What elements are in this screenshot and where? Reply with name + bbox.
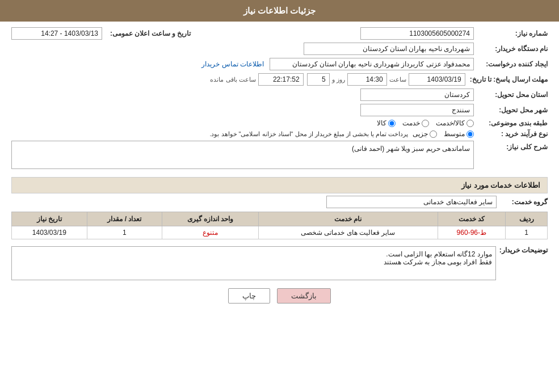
col-code: کد خدمت	[438, 212, 505, 226]
col-count: تعداد / مقدار	[87, 212, 162, 226]
purchase-type-radio-jozii[interactable]	[430, 130, 437, 138]
purchase-type-option-motavasset[interactable]: متوسط	[444, 130, 474, 138]
need-description-label: شرح کلی نیاز:	[474, 141, 548, 151]
page-header: جزئیات اطلاعات نیاز	[0, 0, 559, 22]
category-option-kala[interactable]: کالا	[377, 119, 396, 127]
print-button[interactable]: چاپ	[228, 288, 270, 304]
action-buttons: بازگشت چاپ	[11, 288, 548, 304]
category-label-kala: کالا	[377, 119, 386, 127]
table-row: 1 ط-96-960 سایر فعالیت های خدماتی شخصی م…	[12, 226, 548, 239]
purchase-type-radio-group: متوسط جزیی	[413, 130, 474, 138]
buyer-notes-box: موارد 12گانه استعلام بها الزامی است. فقط…	[11, 246, 496, 280]
contact-link[interactable]: اطلاعات تماس خریدار	[201, 60, 264, 68]
response-days-label: روز و	[330, 76, 347, 83]
purchase-type-label: نوع فرآیند خرید :	[474, 130, 548, 138]
page-title: جزئیات اطلاعات نیاز	[243, 6, 316, 15]
city-value: سنندج	[360, 104, 474, 116]
response-days-value: 5	[307, 73, 330, 86]
need-number-value: 1103005605000274	[360, 27, 474, 40]
buyer-org-value: شهرداری ناحیه بهاران استان کردستان	[304, 43, 474, 55]
province-label: استان محل تحویل:	[474, 91, 548, 99]
service-group-value: سایر فعالیت‌های خدماتی	[326, 196, 497, 208]
col-row: ردیف	[506, 212, 548, 226]
category-radio-kala-khedmat[interactable]	[466, 120, 474, 127]
buyer-notes-line1: موارد 12گانه استعلام بها الزامی است.	[15, 250, 492, 258]
category-option-khedmat[interactable]: خدمت	[402, 119, 429, 127]
col-date: تاریخ نیاز	[12, 212, 87, 226]
city-label: شهر محل تحویل:	[474, 106, 548, 114]
province-value: کردستان	[360, 88, 474, 101]
cell-count: 1	[87, 226, 162, 239]
purchase-type-label-motavasset: متوسط	[444, 130, 465, 138]
response-time-value: 14:30	[347, 73, 387, 86]
response-deadline-label: مهلت ارسال پاسخ: تا تاریخ:	[465, 75, 548, 83]
cell-name: سایر فعالیت های خدماتی شخصی	[259, 226, 438, 239]
response-remaining-value: 22:17:52	[258, 73, 304, 86]
category-radio-kala[interactable]	[388, 120, 396, 127]
category-radio-khedmat[interactable]	[422, 120, 429, 127]
need-number-label: شماره نیاز:	[474, 29, 548, 37]
services-table: ردیف کد خدمت نام خدمت واحد اندازه گیری ت…	[11, 212, 548, 239]
category-label-kala-khedmat: کالا/خدمت	[436, 119, 465, 127]
response-date-value: 1403/03/19	[409, 73, 465, 86]
buyer-notes-line2: فقط افراد بومی مجاز به شرکت هستند	[15, 258, 492, 266]
purchase-type-label-jozii: جزیی	[413, 130, 428, 138]
announce-date-label: تاریخ و ساعت اعلان عمومی:	[106, 29, 191, 37]
need-description-value: ساماندهی حریم سبز ویلا شهر (احمد فانی)	[352, 145, 470, 153]
category-label: طبقه بندی موضوعی:	[474, 119, 548, 127]
col-name: نام خدمت	[259, 212, 438, 226]
purchase-type-note: پرداخت تمام یا بخشی از مبلغ خریدار از مح…	[209, 130, 408, 138]
cell-date: 1403/03/19	[12, 226, 87, 239]
need-description-box: ساماندهی حریم سبز ویلا شهر (احمد فانی)	[11, 141, 474, 169]
cell-unit: متنوع	[162, 226, 259, 239]
creator-value: محمدفواد عزتی کاربرداز شهرداری ناحیه بها…	[270, 58, 474, 70]
response-remaining-label: ساعت باقی مانده	[208, 76, 258, 83]
category-option-kala-khedmat[interactable]: کالا/خدمت	[436, 119, 474, 127]
cell-row: 1	[506, 226, 548, 239]
buyer-notes-label: توضیحات خریدار:	[496, 244, 548, 254]
services-section-title: اطلاعات خدمات مورد نیاز	[11, 177, 548, 193]
creator-label: ایجاد کننده درخواست:	[474, 60, 548, 68]
announce-date-value: 1403/03/13 - 14:27	[11, 27, 102, 40]
col-unit: واحد اندازه گیری	[162, 212, 259, 226]
service-group-label: گروه خدمت:	[497, 198, 548, 206]
response-time-label: ساعت	[387, 76, 409, 83]
category-radio-group: کالا/خدمت خدمت کالا	[377, 119, 474, 127]
buyer-org-label: نام دستگاه خریدار:	[474, 45, 548, 53]
category-label-khedmat: خدمت	[402, 119, 420, 127]
purchase-type-option-jozii[interactable]: جزیی	[413, 130, 437, 138]
back-button[interactable]: بازگشت	[277, 288, 331, 304]
cell-code: ط-96-960	[438, 226, 505, 239]
purchase-type-radio-motavasset[interactable]	[466, 130, 474, 138]
